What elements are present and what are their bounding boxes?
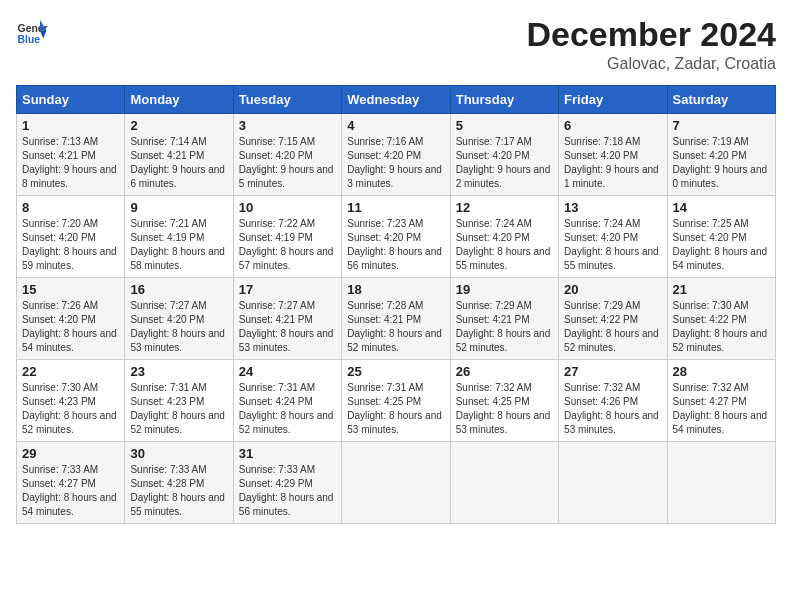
- day-number: 29: [22, 446, 119, 461]
- day-detail: Sunrise: 7:15 AMSunset: 4:20 PMDaylight:…: [239, 136, 334, 189]
- day-number: 5: [456, 118, 553, 133]
- table-row: 21 Sunrise: 7:30 AMSunset: 4:22 PMDaylig…: [667, 278, 775, 360]
- calendar-week-5: 29 Sunrise: 7:33 AMSunset: 4:27 PMDaylig…: [17, 442, 776, 524]
- table-row: 9 Sunrise: 7:21 AMSunset: 4:19 PMDayligh…: [125, 196, 233, 278]
- table-row: 29 Sunrise: 7:33 AMSunset: 4:27 PMDaylig…: [17, 442, 125, 524]
- day-number: 2: [130, 118, 227, 133]
- day-detail: Sunrise: 7:32 AMSunset: 4:27 PMDaylight:…: [673, 382, 768, 435]
- col-sunday: Sunday: [17, 86, 125, 114]
- table-row: 5 Sunrise: 7:17 AMSunset: 4:20 PMDayligh…: [450, 114, 558, 196]
- table-row: 7 Sunrise: 7:19 AMSunset: 4:20 PMDayligh…: [667, 114, 775, 196]
- day-detail: Sunrise: 7:32 AMSunset: 4:25 PMDaylight:…: [456, 382, 551, 435]
- table-row: 19 Sunrise: 7:29 AMSunset: 4:21 PMDaylig…: [450, 278, 558, 360]
- day-number: 30: [130, 446, 227, 461]
- day-number: 24: [239, 364, 336, 379]
- day-number: 16: [130, 282, 227, 297]
- day-detail: Sunrise: 7:30 AMSunset: 4:23 PMDaylight:…: [22, 382, 117, 435]
- day-detail: Sunrise: 7:33 AMSunset: 4:28 PMDaylight:…: [130, 464, 225, 517]
- table-row: [450, 442, 558, 524]
- day-number: 7: [673, 118, 770, 133]
- table-row: 3 Sunrise: 7:15 AMSunset: 4:20 PMDayligh…: [233, 114, 341, 196]
- table-row: 11 Sunrise: 7:23 AMSunset: 4:20 PMDaylig…: [342, 196, 450, 278]
- table-row: 12 Sunrise: 7:24 AMSunset: 4:20 PMDaylig…: [450, 196, 558, 278]
- day-detail: Sunrise: 7:33 AMSunset: 4:29 PMDaylight:…: [239, 464, 334, 517]
- svg-text:Blue: Blue: [18, 34, 41, 45]
- day-detail: Sunrise: 7:25 AMSunset: 4:20 PMDaylight:…: [673, 218, 768, 271]
- day-detail: Sunrise: 7:33 AMSunset: 4:27 PMDaylight:…: [22, 464, 117, 517]
- table-row: 23 Sunrise: 7:31 AMSunset: 4:23 PMDaylig…: [125, 360, 233, 442]
- day-number: 20: [564, 282, 661, 297]
- calendar-week-4: 22 Sunrise: 7:30 AMSunset: 4:23 PMDaylig…: [17, 360, 776, 442]
- table-row: [559, 442, 667, 524]
- day-detail: Sunrise: 7:17 AMSunset: 4:20 PMDaylight:…: [456, 136, 551, 189]
- day-number: 26: [456, 364, 553, 379]
- day-number: 8: [22, 200, 119, 215]
- table-row: [342, 442, 450, 524]
- day-detail: Sunrise: 7:32 AMSunset: 4:26 PMDaylight:…: [564, 382, 659, 435]
- col-friday: Friday: [559, 86, 667, 114]
- day-number: 22: [22, 364, 119, 379]
- col-wednesday: Wednesday: [342, 86, 450, 114]
- table-row: 24 Sunrise: 7:31 AMSunset: 4:24 PMDaylig…: [233, 360, 341, 442]
- location-subtitle: Galovac, Zadar, Croatia: [526, 55, 776, 73]
- day-detail: Sunrise: 7:20 AMSunset: 4:20 PMDaylight:…: [22, 218, 117, 271]
- day-number: 17: [239, 282, 336, 297]
- table-row: 30 Sunrise: 7:33 AMSunset: 4:28 PMDaylig…: [125, 442, 233, 524]
- table-row: 22 Sunrise: 7:30 AMSunset: 4:23 PMDaylig…: [17, 360, 125, 442]
- day-detail: Sunrise: 7:31 AMSunset: 4:24 PMDaylight:…: [239, 382, 334, 435]
- day-number: 21: [673, 282, 770, 297]
- day-number: 31: [239, 446, 336, 461]
- table-row: 4 Sunrise: 7:16 AMSunset: 4:20 PMDayligh…: [342, 114, 450, 196]
- day-detail: Sunrise: 7:31 AMSunset: 4:23 PMDaylight:…: [130, 382, 225, 435]
- table-row: 8 Sunrise: 7:20 AMSunset: 4:20 PMDayligh…: [17, 196, 125, 278]
- title-area: December 2024 Galovac, Zadar, Croatia: [526, 16, 776, 73]
- day-detail: Sunrise: 7:23 AMSunset: 4:20 PMDaylight:…: [347, 218, 442, 271]
- header: General Blue December 2024 Galovac, Zada…: [16, 16, 776, 73]
- logo-icon: General Blue: [16, 16, 48, 48]
- day-detail: Sunrise: 7:19 AMSunset: 4:20 PMDaylight:…: [673, 136, 768, 189]
- table-row: 2 Sunrise: 7:14 AMSunset: 4:21 PMDayligh…: [125, 114, 233, 196]
- col-saturday: Saturday: [667, 86, 775, 114]
- day-number: 10: [239, 200, 336, 215]
- day-number: 19: [456, 282, 553, 297]
- day-detail: Sunrise: 7:16 AMSunset: 4:20 PMDaylight:…: [347, 136, 442, 189]
- day-number: 28: [673, 364, 770, 379]
- day-number: 14: [673, 200, 770, 215]
- table-row: 26 Sunrise: 7:32 AMSunset: 4:25 PMDaylig…: [450, 360, 558, 442]
- day-detail: Sunrise: 7:27 AMSunset: 4:21 PMDaylight:…: [239, 300, 334, 353]
- day-number: 4: [347, 118, 444, 133]
- day-number: 12: [456, 200, 553, 215]
- day-number: 6: [564, 118, 661, 133]
- day-detail: Sunrise: 7:24 AMSunset: 4:20 PMDaylight:…: [564, 218, 659, 271]
- table-row: 17 Sunrise: 7:27 AMSunset: 4:21 PMDaylig…: [233, 278, 341, 360]
- calendar-week-3: 15 Sunrise: 7:26 AMSunset: 4:20 PMDaylig…: [17, 278, 776, 360]
- day-detail: Sunrise: 7:21 AMSunset: 4:19 PMDaylight:…: [130, 218, 225, 271]
- table-row: 28 Sunrise: 7:32 AMSunset: 4:27 PMDaylig…: [667, 360, 775, 442]
- table-row: 18 Sunrise: 7:28 AMSunset: 4:21 PMDaylig…: [342, 278, 450, 360]
- col-monday: Monday: [125, 86, 233, 114]
- table-row: 13 Sunrise: 7:24 AMSunset: 4:20 PMDaylig…: [559, 196, 667, 278]
- day-detail: Sunrise: 7:29 AMSunset: 4:21 PMDaylight:…: [456, 300, 551, 353]
- header-row: Sunday Monday Tuesday Wednesday Thursday…: [17, 86, 776, 114]
- day-number: 9: [130, 200, 227, 215]
- svg-marker-3: [40, 30, 46, 38]
- day-detail: Sunrise: 7:27 AMSunset: 4:20 PMDaylight:…: [130, 300, 225, 353]
- day-detail: Sunrise: 7:18 AMSunset: 4:20 PMDaylight:…: [564, 136, 659, 189]
- col-tuesday: Tuesday: [233, 86, 341, 114]
- day-detail: Sunrise: 7:30 AMSunset: 4:22 PMDaylight:…: [673, 300, 768, 353]
- day-number: 23: [130, 364, 227, 379]
- table-row: [667, 442, 775, 524]
- table-row: 14 Sunrise: 7:25 AMSunset: 4:20 PMDaylig…: [667, 196, 775, 278]
- day-number: 27: [564, 364, 661, 379]
- day-detail: Sunrise: 7:26 AMSunset: 4:20 PMDaylight:…: [22, 300, 117, 353]
- month-year-title: December 2024: [526, 16, 776, 53]
- table-row: 20 Sunrise: 7:29 AMSunset: 4:22 PMDaylig…: [559, 278, 667, 360]
- day-detail: Sunrise: 7:22 AMSunset: 4:19 PMDaylight:…: [239, 218, 334, 271]
- table-row: 15 Sunrise: 7:26 AMSunset: 4:20 PMDaylig…: [17, 278, 125, 360]
- calendar-week-2: 8 Sunrise: 7:20 AMSunset: 4:20 PMDayligh…: [17, 196, 776, 278]
- day-number: 25: [347, 364, 444, 379]
- logo: General Blue: [16, 16, 48, 48]
- day-number: 11: [347, 200, 444, 215]
- day-detail: Sunrise: 7:13 AMSunset: 4:21 PMDaylight:…: [22, 136, 117, 189]
- day-detail: Sunrise: 7:31 AMSunset: 4:25 PMDaylight:…: [347, 382, 442, 435]
